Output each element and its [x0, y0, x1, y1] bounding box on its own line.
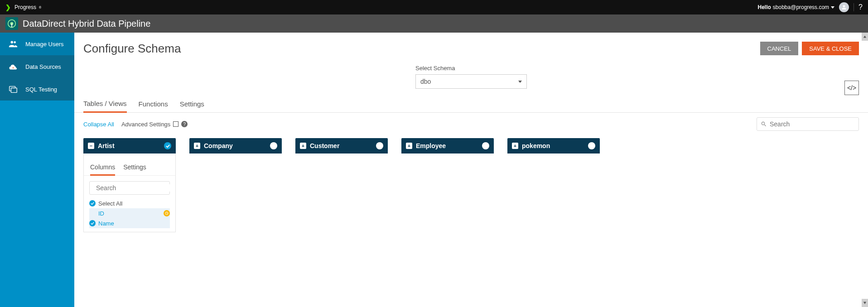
table-card-artist: − Artist Columns Settings — [83, 138, 176, 232]
sidebar-item-sql-testing[interactable]: SQL Testing — [0, 78, 74, 101]
app-title: DataDirect Hybrid Data Pipeline — [23, 19, 150, 29]
select-all-row[interactable]: Select All — [89, 198, 170, 208]
trademark: ® — [39, 6, 41, 9]
table-name: Company — [204, 142, 233, 149]
cloud-data-icon — [7, 62, 19, 72]
app-icon — [5, 17, 18, 30]
app-subheader: DataDirect Hybrid Data Pipeline — [0, 14, 868, 33]
user-menu-caret-icon — [831, 6, 834, 9]
expand-icon: + — [194, 143, 200, 149]
primary-key-badge-icon — [164, 210, 170, 216]
brand-logo-icon: ❯ — [5, 4, 11, 11]
save-close-button[interactable]: SAVE & CLOSE — [802, 42, 859, 55]
inner-tab-columns[interactable]: Columns — [90, 163, 115, 176]
tab-tables-views[interactable]: Tables / Views — [83, 95, 127, 113]
column-row-id[interactable]: ID — [89, 208, 170, 218]
tab-settings[interactable]: Settings — [180, 96, 204, 112]
columns-search-input[interactable] — [96, 184, 175, 192]
antenna-icon — [7, 19, 16, 28]
select-all-checkbox-icon — [89, 200, 96, 206]
column-checkbox-icon — [89, 220, 96, 226]
advanced-settings-checkbox[interactable] — [173, 121, 178, 127]
hello-label: Hello — [758, 4, 771, 10]
avatar[interactable] — [839, 2, 849, 12]
table-name: Employee — [416, 142, 446, 149]
username: sbobba@progress.com — [773, 4, 829, 10]
top-bar: ❯ Progress® Hello sbobba@progress.com ? — [0, 0, 868, 14]
svg-point-3 — [14, 41, 16, 43]
collapse-icon: − — [88, 143, 94, 149]
schema-select-row: Select Schema dbo </> — [74, 65, 868, 95]
schema-selected-value: dbo — [420, 78, 431, 85]
content: Configure Schema CANCEL SAVE & CLOSE Sel… — [74, 33, 868, 307]
expand-icon: + — [300, 143, 306, 149]
page-title: Configure Schema — [83, 42, 181, 56]
sidebar: Manage Users Data Sources SQL Testing — [0, 33, 74, 307]
topbar-right: Hello sbobba@progress.com ? — [758, 2, 863, 12]
sidebar-item-label: Data Sources — [25, 63, 61, 70]
column-row-name[interactable]: Name — [89, 218, 170, 228]
svg-rect-6 — [11, 88, 17, 92]
column-name: Name — [98, 220, 114, 227]
action-buttons: CANCEL SAVE & CLOSE — [760, 42, 859, 55]
tables-search-input[interactable] — [770, 120, 855, 128]
table-select-toggle[interactable] — [482, 142, 489, 149]
expand-icon: + — [406, 143, 412, 149]
table-cards-row: − Artist Columns Settings — [74, 138, 868, 232]
inner-tab-settings[interactable]: Settings — [123, 163, 146, 175]
page-header: Configure Schema CANCEL SAVE & CLOSE — [74, 42, 868, 65]
chevron-down-icon — [518, 81, 522, 83]
select-all-label: Select All — [98, 200, 122, 207]
help-icon[interactable]: ? — [858, 3, 863, 11]
scroll-down-button[interactable] — [862, 299, 868, 307]
table-selected-icon[interactable] — [164, 142, 171, 149]
table-card-pokemon[interactable]: + pokemon — [507, 138, 600, 154]
schema-dropdown[interactable]: dbo — [415, 74, 527, 89]
columns-list: Select All ID — [84, 198, 175, 228]
columns-search[interactable] — [89, 181, 170, 195]
users-icon — [7, 39, 19, 49]
advanced-settings-toggle[interactable]: Advanced Settings ? — [121, 121, 188, 128]
table-name: Customer — [310, 142, 339, 149]
scroll-up-button[interactable] — [862, 33, 868, 41]
svg-point-4 — [13, 67, 14, 68]
advanced-settings-help-icon[interactable]: ? — [181, 121, 188, 127]
svg-point-2 — [11, 41, 14, 44]
tables-search[interactable] — [757, 117, 859, 131]
table-name: pokemon — [522, 142, 550, 149]
brand-name: Progress — [14, 4, 36, 10]
search-icon — [761, 121, 767, 127]
expand-icon: + — [512, 143, 518, 149]
collapse-all-link[interactable]: Collapse All — [83, 121, 114, 128]
table-header-artist[interactable]: − Artist — [83, 138, 176, 154]
table-card-customer[interactable]: + Customer — [295, 138, 388, 154]
table-body-artist: Columns Settings Select All — [83, 154, 176, 232]
sidebar-item-data-sources[interactable]: Data Sources — [0, 55, 74, 78]
table-select-toggle[interactable] — [376, 142, 383, 149]
brand-area: ❯ Progress® — [5, 4, 41, 11]
table-card-company[interactable]: + Company — [189, 138, 282, 154]
sidebar-item-label: Manage Users — [25, 41, 64, 48]
table-name: Artist — [98, 142, 115, 149]
divider — [854, 3, 854, 11]
main-area: Manage Users Data Sources SQL Testing Co… — [0, 33, 868, 307]
sql-icon — [7, 84, 19, 94]
code-view-button[interactable]: </> — [844, 81, 859, 95]
user-greeting[interactable]: Hello sbobba@progress.com — [758, 4, 835, 10]
schema-label: Select Schema — [415, 65, 527, 72]
column-name: ID — [98, 210, 104, 217]
main-tabs: Tables / Views Functions Settings — [74, 95, 868, 113]
avatar-icon — [841, 4, 847, 10]
table-select-toggle[interactable] — [588, 142, 595, 149]
advanced-settings-label: Advanced Settings — [121, 121, 170, 128]
table-card-employee[interactable]: + Employee — [401, 138, 494, 154]
tab-functions[interactable]: Functions — [139, 96, 168, 112]
tables-toolbar: Collapse All Advanced Settings ? — [74, 113, 868, 138]
sidebar-item-label: SQL Testing — [25, 86, 57, 93]
sidebar-item-manage-users[interactable]: Manage Users — [0, 33, 74, 55]
cancel-button[interactable]: CANCEL — [760, 42, 799, 55]
schema-column: Select Schema dbo — [415, 65, 527, 89]
table-select-toggle[interactable] — [270, 142, 277, 149]
toolbar-left: Collapse All Advanced Settings ? — [83, 121, 188, 128]
inner-tabs: Columns Settings — [84, 159, 175, 176]
